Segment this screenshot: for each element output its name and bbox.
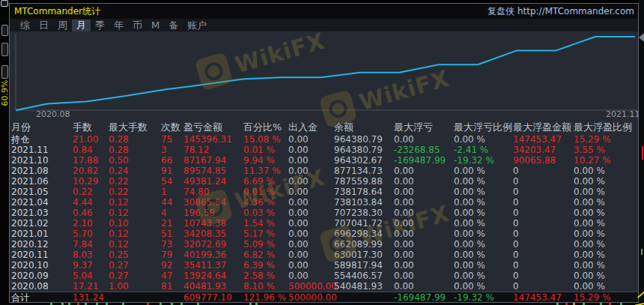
table-cell: 0.00 % [452,197,511,208]
table-cell: 91 [160,166,182,176]
table-header-row: 月份手数最大手数次数盈亏金额百分比%出入金余额最大浮亏最大浮亏比例最大浮盈金额最… [10,121,638,134]
menu-item-备[interactable]: 备 [164,19,183,31]
table-row[interactable]: 2021.030.460.124196.580.03 %0.00707238.3… [10,208,638,218]
table-cell: 0.00 [392,197,452,208]
menu-item-周[interactable]: 周 [53,19,72,31]
table-cell: 0.00 [392,281,452,292]
table-cell: 54 [160,176,182,187]
table-cell: 696298.34 [332,229,392,239]
table-row[interactable]: 2021.022.100.102110743.381.54 %0.0070704… [10,218,638,229]
table-cell: 0.00 % [572,260,638,271]
table-cell: 73 [160,239,182,250]
table-row[interactable]: 2020.0817.211.008140481.938.10 %500000.0… [10,281,638,292]
menu-item-季[interactable]: 季 [91,19,109,31]
table-cell: 0.00 [287,239,332,250]
table-cell: 0 [511,166,572,176]
table-cell: 2.58 % [242,271,287,281]
menu-item-日[interactable]: 日 [34,19,53,31]
column-header[interactable]: 最大浮亏比例 [452,121,511,134]
table-cell: 44 [160,197,182,208]
table-cell: -169487.99 [392,292,452,302]
table-cell: 3.55 % [572,145,638,155]
background-vertical-label: 60.9% [0,76,9,109]
menu-item-年[interactable]: 年 [109,19,128,31]
menu-bar: 综日周月季年币M备账户 [10,19,638,31]
table-cell: 0 [511,281,572,292]
table-cell: 0.25 [107,250,160,260]
brand-link[interactable]: 复盘侠 http://MTCommander.com [487,5,634,18]
table-row[interactable]: 2021.1017.880.506687167.949.94 %0.009643… [10,155,638,166]
column-header[interactable]: 出入金 [287,121,332,134]
title-bar[interactable]: MTCommander统计 复盘侠 http://MTCommander.com [10,4,638,19]
table-row[interactable]: 2020.118.030.257940199.366.82 %0.0063001… [10,250,638,260]
table-cell: 738178.64 [332,187,392,197]
table-row[interactable]: 2021.110.840.28378.120.01 %0.00964380.79… [10,145,638,155]
table-cell: 0.00 % [452,166,511,176]
table-cell: 0.00 [392,260,452,271]
table-cell: -19.32 % [452,155,511,166]
table-cell: 0.00 % [572,187,638,197]
table-row[interactable]: 2021.0820.820.249189574.8511.37 %0.00877… [10,166,638,176]
table-cell: 1.00 [107,281,160,292]
column-header[interactable]: 最大浮盈比例 [572,121,638,134]
column-header[interactable]: 百分比% [242,121,287,134]
table-cell: 0.12 [107,197,160,208]
table-cell: 0 [511,260,572,271]
table-cell: 持仓 [10,133,71,146]
table-row[interactable]: 2021.044.440.124430865.544.36 %0.0073810… [10,197,638,208]
background-icon [1,25,8,36]
table-row[interactable]: 2021.0610.290.225449381.246.69 %0.007875… [10,176,638,187]
menu-item-综[interactable]: 综 [16,19,34,31]
table-row[interactable]: 2020.127.840.127332072.695.09 %0.0066208… [10,239,638,250]
table-cell: 17.21 [71,281,107,292]
menu-item-M[interactable]: M [147,19,164,31]
column-header[interactable]: 最大浮亏 [392,121,452,134]
table-cell: 5.70 [71,229,107,239]
table-cell: 8.03 [71,250,107,260]
column-header[interactable]: 月份 [10,121,71,134]
column-header[interactable]: 手数 [71,121,107,134]
table-cell: 89574.85 [182,166,242,176]
table-row[interactable]: 2020.109.370.279235411.376.39 %0.0058981… [10,260,638,271]
table-cell: 35411.37 [182,260,242,271]
column-header[interactable]: 最大手数 [107,121,160,134]
table-cell: 0.24 [107,166,160,176]
table-cell: 131.24 [71,292,107,302]
table-cell: 78.12 [182,145,242,155]
table-cell: 0.00 % [452,176,511,187]
table-cell: 2021.08 [10,166,71,176]
table-cell: 4.36 % [242,197,287,208]
table-cell: 738103.84 [332,197,392,208]
table-cell: -2.41 % [452,145,511,155]
table-row[interactable]: 2021.050.220.22174.800.01 %0.00738178.64… [10,187,638,197]
table-cell: 0 [511,271,572,281]
table-row[interactable]: 2020.095.040.274713924.642.58 %0.0055440… [10,271,638,281]
column-header[interactable]: 余额 [332,121,392,134]
background-icon [1,0,8,7]
table-cell: 0.00 [392,218,452,229]
table-cell: 5.04 [71,271,107,281]
table-cell: 15.29 % [572,292,638,302]
table-cell: 7.84 [71,239,107,250]
table-cell: 10743.38 [182,218,242,229]
table-cell: 0.27 [107,260,160,271]
table-row-total[interactable]: 合计131.24609777.10121.96 %500000.00-16948… [10,292,638,302]
table-cell: -23268.85 [392,145,452,155]
table-cell: 2020.11 [10,250,71,260]
equity-chart[interactable]: 2020.08 2021.11 [10,31,638,121]
table-row[interactable]: 2021.015.700.125134208.355.17 %0.0069629… [10,229,638,239]
column-header[interactable]: 盈亏金额 [182,121,242,134]
equity-curve [16,37,634,110]
menu-item-币[interactable]: 币 [128,19,147,31]
table-cell: 0.00 % [452,187,511,197]
table-cell: 0.00 % [452,239,511,250]
table-row[interactable]: 持仓21.000.2875145396.3115.08 %0.00964380.… [10,134,638,145]
column-header[interactable]: 次数 [160,121,182,134]
column-header[interactable]: 最大浮盈金额 [511,121,572,134]
menu-item-账户[interactable]: 账户 [183,19,211,31]
table-cell: 0.22 [71,187,107,197]
table-cell: 20.82 [71,166,107,176]
menu-item-月[interactable]: 月 [72,19,91,31]
table-cell: 2020.12 [10,239,71,250]
statistics-window: MTCommander统计 复盘侠 http://MTCommander.com… [9,3,639,303]
